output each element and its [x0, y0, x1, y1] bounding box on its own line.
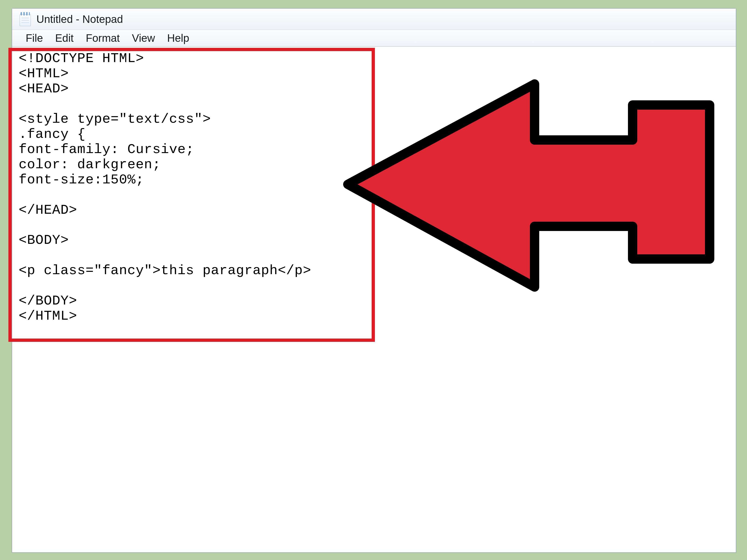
- menubar: File Edit Format View Help: [12, 30, 736, 47]
- menu-help[interactable]: Help: [167, 32, 189, 44]
- menu-edit[interactable]: Edit: [55, 32, 74, 44]
- titlebar[interactable]: Untitled - Notepad: [12, 9, 736, 30]
- window-title: Untitled - Notepad: [36, 13, 123, 25]
- menu-view[interactable]: View: [132, 32, 155, 44]
- notepad-icon: [19, 12, 31, 26]
- editor-text[interactable]: <!DOCTYPE HTML> <HTML> <HEAD> <style typ…: [14, 47, 735, 328]
- editor-area[interactable]: <!DOCTYPE HTML> <HTML> <HEAD> <style typ…: [14, 47, 735, 551]
- menu-file[interactable]: File: [26, 32, 43, 44]
- notepad-window: Untitled - Notepad File Edit Format View…: [12, 8, 736, 553]
- menu-format[interactable]: Format: [86, 32, 120, 44]
